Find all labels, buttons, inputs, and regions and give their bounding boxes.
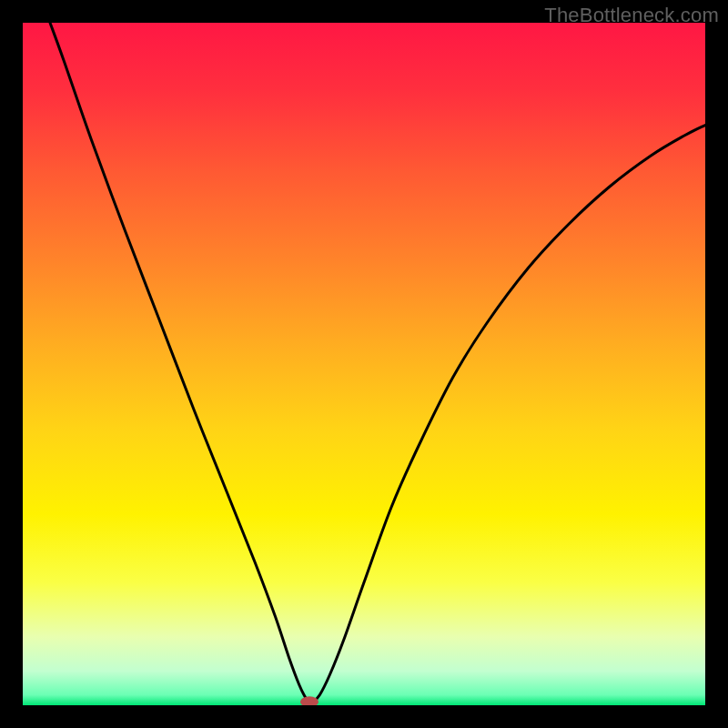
chart-frame xyxy=(23,23,705,705)
gradient-background xyxy=(23,23,705,705)
watermark-text: TheBottleneck.com xyxy=(544,4,719,27)
bottleneck-chart xyxy=(23,23,705,705)
